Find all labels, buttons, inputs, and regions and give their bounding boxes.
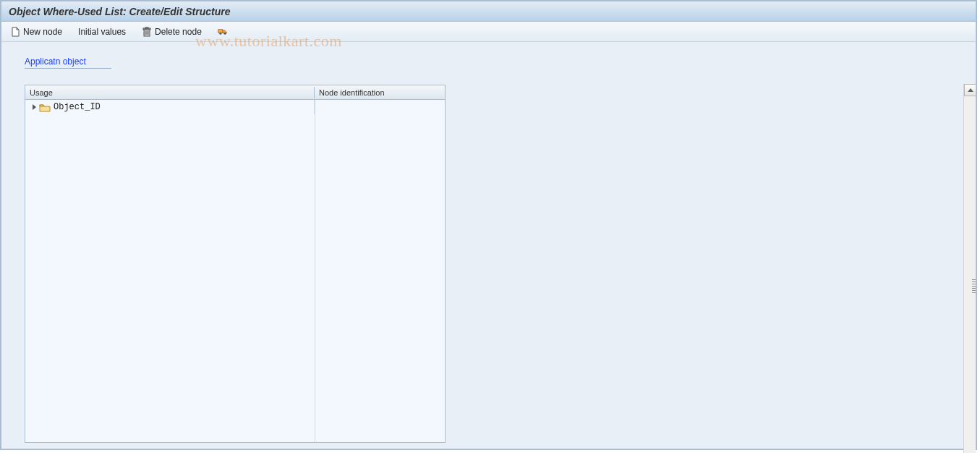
vertical-scrollbar[interactable] <box>963 84 976 453</box>
title-bar: Object Where-Used List: Create/Edit Stru… <box>1 1 976 22</box>
folder-icon <box>39 103 51 112</box>
scroll-grip-icon <box>972 279 976 294</box>
tree-panel: Usage Node identification Object_I <box>25 85 446 443</box>
svg-point-8 <box>223 33 226 35</box>
delete-node-button[interactable]: Delete node <box>139 25 205 38</box>
initial-values-button[interactable]: Initial values <box>75 25 129 38</box>
page-title: Object Where-Used List: Create/Edit Stru… <box>9 6 231 17</box>
svg-rect-2 <box>145 27 148 28</box>
application-toolbar: New node Initial values Delete node <box>1 22 976 42</box>
window-frame: Object Where-Used List: Create/Edit Stru… <box>0 0 977 450</box>
column-header-node-id[interactable]: Node identification <box>315 87 445 98</box>
chevron-up-icon <box>968 88 973 92</box>
tree-body: Object_ID <box>25 100 445 442</box>
column-header-usage[interactable]: Usage <box>25 87 315 98</box>
tree-row[interactable]: Object_ID <box>25 100 445 114</box>
truck-icon <box>218 27 228 37</box>
new-node-label: New node <box>23 27 62 37</box>
new-document-icon <box>10 27 20 37</box>
tree-cell-usage: Object_ID <box>25 100 315 114</box>
new-node-button[interactable]: New node <box>7 25 65 38</box>
scroll-grip[interactable] <box>971 229 976 344</box>
svg-point-7 <box>219 33 221 35</box>
content-area: Applicatn object Usage Node identificati… <box>1 42 976 449</box>
transport-button[interactable] <box>215 25 231 38</box>
application-object-link[interactable]: Applicatn object <box>25 56 111 69</box>
trash-icon <box>142 27 152 37</box>
scroll-up-button[interactable] <box>964 84 976 96</box>
initial-values-label: Initial values <box>78 27 126 37</box>
tree-header: Usage Node identification <box>25 85 445 100</box>
tree-node-label: Object_ID <box>54 102 101 112</box>
column-divider <box>315 100 315 442</box>
delete-node-label: Delete node <box>155 27 202 37</box>
expand-arrow-icon[interactable] <box>33 104 36 110</box>
